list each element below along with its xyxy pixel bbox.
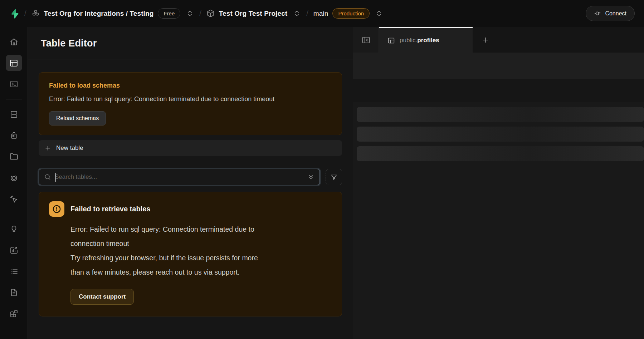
- integrations-blocks-icon: [10, 309, 18, 318]
- tables-error-message-2: Try refreshing your browser, but if the …: [70, 251, 332, 280]
- skeleton-row: [357, 146, 644, 161]
- schema-error-title: Failed to load schemas: [49, 82, 332, 89]
- branch-production-badge: Production: [332, 8, 370, 19]
- sidebar-item-table-editor[interactable]: [6, 55, 22, 71]
- new-table-button[interactable]: New table: [39, 140, 342, 156]
- project-cube-icon: [206, 9, 215, 18]
- plus-icon: [482, 36, 489, 44]
- sidebar-divider: [6, 214, 22, 214]
- sidebar-item-advisors[interactable]: [6, 221, 22, 237]
- connect-button[interactable]: Connect: [586, 6, 635, 21]
- reload-schemas-button[interactable]: Reload schemas: [49, 111, 106, 126]
- tab-public-profiles[interactable]: public.profiles: [379, 27, 473, 53]
- search-row: [39, 169, 342, 185]
- org-name: Test Org for Integrations / Testing: [44, 10, 154, 18]
- sidebar-item-database[interactable]: [6, 106, 22, 123]
- filter-funnel-icon: [330, 173, 338, 181]
- home-icon: [10, 38, 18, 46]
- sql-editor-terminal-icon: [10, 80, 18, 88]
- grid-toolbar-loading: [353, 53, 644, 79]
- warning-alert-icon: [49, 201, 64, 217]
- realtime-cursor-icon: [9, 195, 18, 203]
- tab-table-name: profiles: [417, 37, 439, 44]
- tables-error-header: Failed to retrieve tables: [49, 201, 332, 217]
- grid-body-loading: [353, 102, 644, 339]
- api-docs-file-icon: [10, 288, 18, 297]
- tab-schema-name: public.: [400, 37, 417, 44]
- breadcrumb-project[interactable]: Test Org Test Project: [206, 9, 287, 18]
- tables-error-title: Failed to retrieve tables: [70, 205, 150, 213]
- table-icon: [387, 37, 395, 44]
- plus-icon: [44, 145, 51, 152]
- filter-tables-button[interactable]: [326, 169, 342, 185]
- new-tab-button[interactable]: [473, 27, 498, 53]
- org-switcher-chevrons[interactable]: [185, 9, 194, 18]
- sidebar-item-edge-functions[interactable]: [6, 170, 22, 186]
- grid-panel: public.profiles: [353, 27, 644, 339]
- breadcrumb-branch[interactable]: main Production: [313, 8, 370, 19]
- app-header: / Test Org for Integrations / Testing Fr…: [0, 0, 644, 27]
- editor-tab-bar: public.profiles: [353, 27, 644, 53]
- project-switcher-chevrons[interactable]: [292, 9, 301, 18]
- panel-titlebar: Table Editor: [28, 27, 353, 59]
- sidebar-item-integrations[interactable]: [6, 305, 22, 322]
- project-name: Test Org Test Project: [219, 10, 287, 18]
- database-icon: [10, 110, 18, 119]
- tables-error-message-1: Error: Failed to run sql query: Connecti…: [70, 222, 332, 251]
- search-tables-input[interactable]: [55, 173, 304, 181]
- table-editor-panel: Table Editor Failed to load schemas Erro…: [28, 27, 353, 339]
- skeleton-row: [357, 127, 644, 142]
- panel-body: Failed to load schemas Error: Failed to …: [28, 59, 353, 329]
- sidebar-item-reports[interactable]: [6, 242, 22, 259]
- branch-switcher-chevrons[interactable]: [375, 9, 384, 18]
- chevrons-down-icon[interactable]: [307, 173, 314, 181]
- logs-list-icon: [10, 267, 18, 276]
- tab-label: public.profiles: [400, 37, 439, 44]
- sidebar-divider: [6, 99, 22, 99]
- search-icon: [44, 173, 51, 181]
- sidebar-item-storage[interactable]: [6, 148, 22, 165]
- sidebar-item-sql-editor[interactable]: [6, 76, 22, 92]
- auth-lock-icon: [10, 131, 18, 140]
- schema-error-message: Error: Failed to run sql query: Connecti…: [49, 94, 332, 104]
- org-boxes-icon: [31, 9, 40, 18]
- sidebar-nav: [0, 27, 28, 339]
- tables-error-alert: Failed to retrieve tables Error: Failed …: [39, 192, 342, 316]
- breadcrumb-slash: /: [199, 9, 201, 18]
- advisors-lightbulb-icon: [10, 225, 18, 234]
- sidebar-item-home[interactable]: [6, 34, 22, 50]
- plug-icon: [594, 10, 601, 17]
- contact-support-button[interactable]: Contact support: [70, 289, 134, 305]
- page-title: Table Editor: [41, 38, 340, 49]
- org-plan-badge: Free: [158, 8, 180, 19]
- table-editor-icon: [9, 59, 18, 68]
- grid-header-row-loading: [353, 79, 644, 102]
- sidebar-item-auth[interactable]: [6, 127, 22, 144]
- panel-collapse-icon: [361, 35, 371, 45]
- search-field-wrap: [39, 169, 320, 185]
- branch-name: main: [313, 10, 328, 18]
- collapse-sidebar-button[interactable]: [353, 27, 379, 53]
- new-table-label: New table: [56, 144, 83, 152]
- sidebar-item-logs[interactable]: [6, 263, 22, 280]
- skeleton-row: [357, 107, 644, 122]
- storage-folder-icon: [10, 152, 18, 161]
- text-cursor: [55, 173, 56, 182]
- connect-label: Connect: [605, 10, 626, 17]
- edge-functions-orbit-icon: [9, 173, 18, 182]
- breadcrumb-org[interactable]: Test Org for Integrations / Testing Free: [31, 8, 181, 19]
- breadcrumb-slash: /: [306, 9, 308, 18]
- supabase-logo-icon[interactable]: [9, 9, 19, 19]
- reports-chart-icon: [10, 246, 18, 255]
- sidebar-item-api-docs[interactable]: [6, 284, 22, 301]
- sidebar-item-realtime[interactable]: [6, 191, 22, 207]
- breadcrumb-slash: /: [24, 9, 26, 18]
- schema-error-alert: Failed to load schemas Error: Failed to …: [39, 72, 342, 135]
